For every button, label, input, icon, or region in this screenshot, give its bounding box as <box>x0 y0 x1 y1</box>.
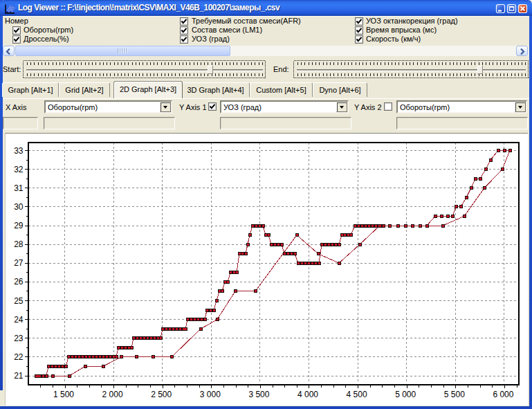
svg-text:21: 21 <box>14 371 24 381</box>
svg-text:4 500: 4 500 <box>347 390 367 399</box>
svg-text:28: 28 <box>14 239 24 249</box>
svg-text:29: 29 <box>14 221 24 230</box>
svg-text:31: 31 <box>14 183 24 193</box>
svg-text:33: 33 <box>14 146 24 156</box>
svg-text:26: 26 <box>14 277 24 287</box>
svg-text:30: 30 <box>14 202 24 212</box>
svg-text:25: 25 <box>14 296 24 306</box>
svg-text:4 000: 4 000 <box>297 390 318 399</box>
svg-text:27: 27 <box>14 258 24 268</box>
svg-text:1 500: 1 500 <box>53 390 74 399</box>
svg-text:5 500: 5 500 <box>444 390 465 399</box>
svg-text:23: 23 <box>14 334 24 343</box>
svg-text:2 000: 2 000 <box>102 390 123 399</box>
svg-text:3 000: 3 000 <box>200 390 221 399</box>
svg-text:32: 32 <box>14 165 24 174</box>
svg-text:2 500: 2 500 <box>151 390 172 399</box>
svg-text:3 500: 3 500 <box>248 390 269 399</box>
svg-text:6 000: 6 000 <box>493 390 513 399</box>
svg-text:5 000: 5 000 <box>395 390 416 399</box>
svg-text:22: 22 <box>14 352 24 362</box>
svg-text:24: 24 <box>14 315 24 325</box>
